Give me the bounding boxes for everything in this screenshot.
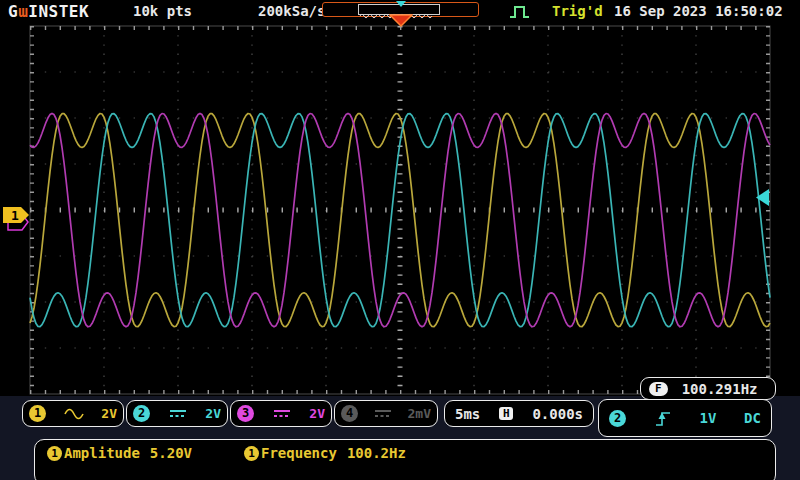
channel2-badge: 2: [133, 405, 150, 422]
horizontal-position-icon: H: [499, 407, 513, 420]
ac-coupling-icon: [63, 407, 85, 420]
trigger-position-marker[interactable]: [389, 14, 413, 27]
channel1-ground-marker[interactable]: 1: [2, 206, 30, 226]
channel4-indicator[interactable]: 4 2mV: [334, 400, 438, 427]
channel1-badge: 1: [29, 405, 46, 422]
measurement-frequency: 1 Frequency 100.2Hz: [244, 445, 406, 461]
channel2-scale: 2V: [205, 406, 221, 421]
memory-position-icon: [395, 1, 407, 7]
freq-counter-icon: F: [649, 382, 668, 396]
trigger-source-badge: 2: [609, 410, 626, 427]
measurement1-value: 5.20V: [150, 445, 192, 461]
dc-coupling-icon: [167, 407, 189, 420]
trigd-pulse-icon: [509, 3, 533, 20]
trigger-indicator[interactable]: 2 1V DC: [598, 399, 772, 437]
channel1-scale: 2V: [101, 406, 117, 421]
frequency-counter: F 100.291Hz: [640, 377, 776, 400]
logo-w-icon: ɯ: [18, 2, 28, 21]
measurement-bar: 1 Amplitude 5.20V 1 Frequency 100.2Hz: [34, 439, 776, 480]
measurement-amplitude: 1 Amplitude 5.20V: [47, 445, 192, 461]
trigger-level-marker[interactable]: [756, 189, 770, 206]
freq-counter-value: 100.291Hz: [682, 381, 758, 397]
channel3-indicator[interactable]: 3 2V: [230, 400, 332, 427]
measurement1-label: Amplitude: [64, 445, 140, 461]
datetime: 16 Sep 2023 16:50:02: [614, 3, 783, 19]
trigger-status: Trig'd: [552, 3, 603, 19]
brand-logo: GɯINSTEK: [8, 2, 89, 21]
measurement2-value: 100.2Hz: [347, 445, 406, 461]
trigger-level: 1V: [700, 410, 717, 426]
timebase-scale: 5ms: [455, 406, 480, 422]
trigger-coupling: DC: [744, 410, 761, 426]
channel4-scale: 2mV: [408, 406, 431, 421]
dc-coupling-icon: [271, 407, 293, 420]
channel2-indicator[interactable]: 2 2V: [126, 400, 228, 427]
channel1-indicator[interactable]: 1 2V: [22, 400, 124, 427]
sample-rate: 200kSa/s: [258, 3, 325, 19]
channel4-badge: 4: [341, 405, 358, 422]
horizontal-position-value: 0.000s: [532, 406, 583, 422]
dc-coupling-icon: [372, 407, 394, 420]
oscilloscope-screen: GɯINSTEK 10k pts 200kSa/s Trig'd 16 Sep …: [0, 0, 800, 480]
measurement2-label: Frequency: [261, 445, 337, 461]
channel1-ground-label: 1: [11, 208, 19, 223]
measurement1-source-badge: 1: [47, 446, 62, 461]
timebase-indicator[interactable]: 5ms H 0.000s: [444, 400, 594, 427]
measurement2-source-badge: 1: [244, 446, 259, 461]
acquisition-depth[interactable]: 10k pts: [133, 3, 192, 19]
channel3-badge: 3: [237, 405, 254, 422]
channel3-scale: 2V: [309, 406, 325, 421]
rising-edge-icon: [654, 409, 672, 428]
